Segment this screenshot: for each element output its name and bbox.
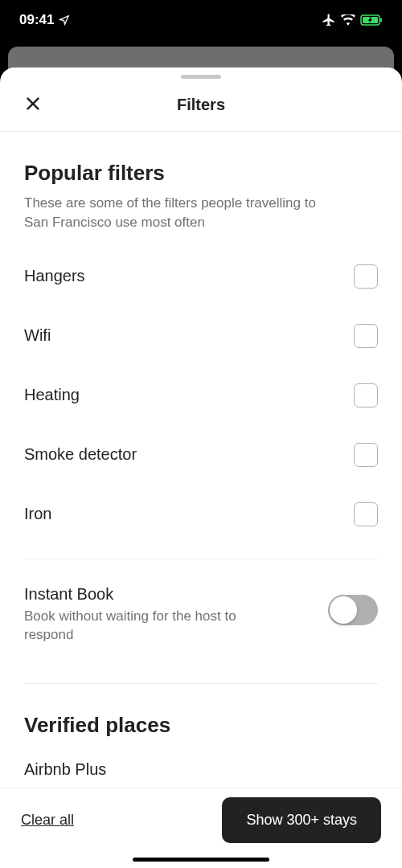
home-indicator[interactable] — [133, 858, 269, 862]
filter-row-hangers[interactable]: Hangers — [24, 247, 378, 306]
popular-filters-title: Popular filters — [24, 161, 378, 186]
filter-label: Heating — [24, 386, 80, 404]
filter-label: Wifi — [24, 326, 51, 345]
close-button[interactable] — [21, 93, 45, 117]
clear-all-button[interactable]: Clear all — [21, 812, 74, 829]
wifi-icon — [341, 14, 355, 26]
filter-row-smoke-detector[interactable]: Smoke detector — [24, 425, 378, 485]
verified-places-section: Verified places Airbnb Plus — [24, 684, 378, 782]
instant-book-subtitle: Book without waiting for the host to res… — [24, 607, 281, 645]
toggle-knob — [330, 596, 357, 624]
filter-row-iron[interactable]: Iron — [24, 485, 378, 544]
checkbox-heating[interactable] — [354, 383, 378, 407]
status-bar: 09:41 — [0, 0, 402, 40]
checkbox-iron[interactable] — [354, 502, 378, 526]
battery-charging-icon — [360, 14, 383, 26]
sheet-title: Filters — [177, 96, 225, 114]
instant-book-row: Instant Book Book without waiting for th… — [24, 559, 378, 669]
filter-label: Iron — [24, 505, 51, 523]
popular-filters-section: Popular filters These are some of the fi… — [24, 132, 378, 782]
filter-row-heating[interactable]: Heating — [24, 366, 378, 425]
close-icon — [24, 95, 42, 116]
filter-sheet: Filters Popular filters These are some o… — [0, 68, 402, 868]
checkbox-hangers[interactable] — [354, 264, 378, 289]
checkbox-smoke-detector[interactable] — [354, 443, 378, 467]
sheet-header: Filters — [0, 79, 402, 132]
filter-label: Smoke detector — [24, 445, 137, 464]
verified-item-airbnb-plus[interactable]: Airbnb Plus — [24, 760, 378, 782]
show-stays-button[interactable]: Show 300+ stays — [222, 797, 381, 843]
airplane-mode-icon — [322, 13, 336, 27]
bottom-action-bar: Clear all Show 300+ stays — [0, 788, 402, 868]
location-arrow-icon — [59, 14, 70, 26]
sheet-content[interactable]: Popular filters These are some of the fi… — [0, 132, 402, 788]
svg-rect-2 — [380, 18, 382, 23]
instant-book-title: Instant Book — [24, 585, 281, 604]
popular-filters-subtitle: These are some of the filters people tra… — [24, 194, 330, 232]
checkbox-wifi[interactable] — [354, 324, 378, 348]
instant-book-toggle[interactable] — [328, 595, 378, 625]
verified-places-title: Verified places — [24, 713, 378, 738]
filter-row-wifi[interactable]: Wifi — [24, 306, 378, 366]
filter-label: Hangers — [24, 267, 85, 285]
status-time: 09:41 — [19, 12, 54, 28]
